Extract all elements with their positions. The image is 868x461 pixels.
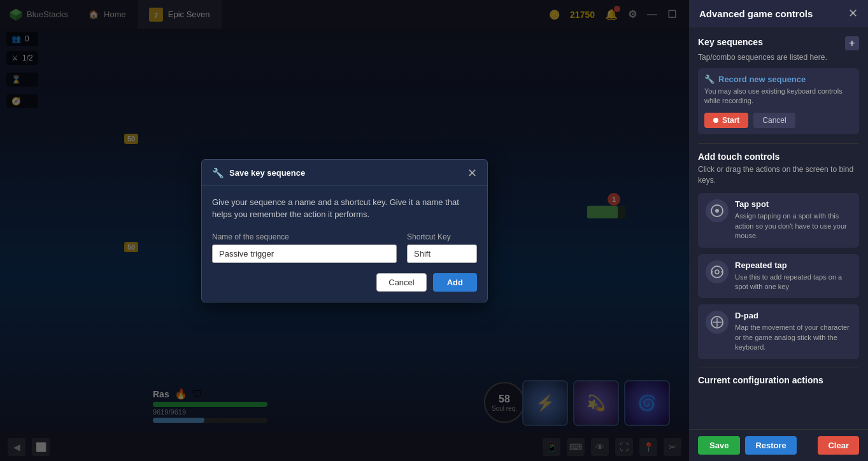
modal-icon: 🔧 xyxy=(212,167,224,179)
restore-button[interactable]: Restore xyxy=(745,436,796,455)
current-config-section: Current configuration actions xyxy=(698,375,859,385)
modal-header: 🔧 Save key sequence ✕ xyxy=(202,160,487,186)
save-button[interactable]: Save xyxy=(698,436,740,455)
key-sequences-section: Key sequences + Tap/combo sequences are … xyxy=(698,36,859,134)
section-divider-2 xyxy=(698,367,859,367)
record-link-text: Record new sequence xyxy=(718,74,806,84)
touch-controls-title: Add touch controls xyxy=(698,152,859,162)
sequence-name-input[interactable] xyxy=(212,245,397,263)
modal-title: 🔧 Save key sequence xyxy=(212,167,305,179)
dpad-card: D-pad Map the movement of your character… xyxy=(698,304,859,358)
repeated-tap-icon xyxy=(706,260,729,283)
close-panel-button[interactable]: ✕ xyxy=(848,8,858,19)
repeated-tap-card: Repeated tap Use this to add repeated ta… xyxy=(698,254,859,299)
game-area: BlueStacks 🏠 Home 7 Epic Seven 🪙 21750 🔔 xyxy=(0,0,689,461)
record-desc: You may also use existing keyboard contr… xyxy=(704,87,853,106)
start-record-button[interactable]: Start xyxy=(704,113,748,128)
save-modal: 🔧 Save key sequence ✕ Give your sequence… xyxy=(201,159,488,302)
modal-description: Give your sequence a name and a shortcut… xyxy=(212,196,477,221)
key-sequences-title: Key sequences xyxy=(698,37,763,47)
touch-controls-desc: Click or drag the actions on the screen … xyxy=(698,164,859,186)
modal-overlay: 🔧 Save key sequence ✕ Give your sequence… xyxy=(0,0,689,461)
record-sequence-link[interactable]: 🔧 Record new sequence xyxy=(704,74,853,84)
dpad-info: D-pad Map the movement of your character… xyxy=(735,311,851,352)
dpad-desc: Map the movement of your character or th… xyxy=(735,323,851,352)
sequence-name-field: Name of the sequence xyxy=(212,232,397,263)
svg-point-7 xyxy=(715,209,719,213)
svg-point-9 xyxy=(715,270,719,274)
shortcut-label: Shortcut Key xyxy=(407,232,477,241)
repeated-tap-info: Repeated tap Use this to add repeated ta… xyxy=(735,260,851,292)
shortcut-key-input[interactable] xyxy=(407,245,477,263)
tap-spot-name: Tap spot xyxy=(735,199,851,209)
start-dot xyxy=(713,118,718,123)
touch-controls-section: Add touch controls Click or drag the act… xyxy=(698,152,859,359)
key-sequences-desc: Tap/combo sequences are listed here. xyxy=(698,53,859,62)
tap-spot-desc: Assign tapping on a spot with this actio… xyxy=(735,211,851,241)
record-sequence-box: 🔧 Record new sequence You may also use e… xyxy=(698,68,859,134)
repeated-tap-desc: Use this to add repeated taps on a spot … xyxy=(735,273,851,292)
panel-title: Advanced game controls xyxy=(699,8,813,19)
record-icon: 🔧 xyxy=(704,74,715,84)
tap-spot-icon xyxy=(706,199,729,222)
tap-spot-card: Tap spot Assign tapping on a spot with t… xyxy=(698,193,859,247)
panel-header: Advanced game controls ✕ xyxy=(689,0,868,27)
clear-button[interactable]: Clear xyxy=(818,436,859,455)
modal-body: Give your sequence a name and a shortcut… xyxy=(202,186,487,302)
modal-cancel-button[interactable]: Cancel xyxy=(376,273,426,292)
record-actions: Start Cancel xyxy=(704,113,853,128)
modal-actions: Cancel Add xyxy=(212,273,477,292)
modal-add-button[interactable]: Add xyxy=(433,273,477,292)
section-divider-1 xyxy=(698,143,859,144)
config-title: Current configuration actions xyxy=(698,375,859,385)
modal-close-button[interactable]: ✕ xyxy=(467,167,477,179)
right-panel: Advanced game controls ✕ Key sequences +… xyxy=(689,0,868,461)
name-field-label: Name of the sequence xyxy=(212,232,397,241)
add-sequence-button[interactable]: + xyxy=(845,36,859,50)
key-sequences-header: Key sequences + xyxy=(698,36,859,50)
tap-spot-info: Tap spot Assign tapping on a spot with t… xyxy=(735,199,851,241)
dpad-name: D-pad xyxy=(735,311,851,320)
dpad-icon xyxy=(706,311,729,334)
panel-content: Key sequences + Tap/combo sequences are … xyxy=(689,27,868,429)
panel-footer: Save Restore Clear xyxy=(689,429,868,461)
modal-fields: Name of the sequence Shortcut Key xyxy=(212,232,477,263)
cancel-record-button[interactable]: Cancel xyxy=(753,113,795,128)
repeated-tap-name: Repeated tap xyxy=(735,260,851,270)
shortcut-key-field: Shortcut Key xyxy=(407,232,477,263)
